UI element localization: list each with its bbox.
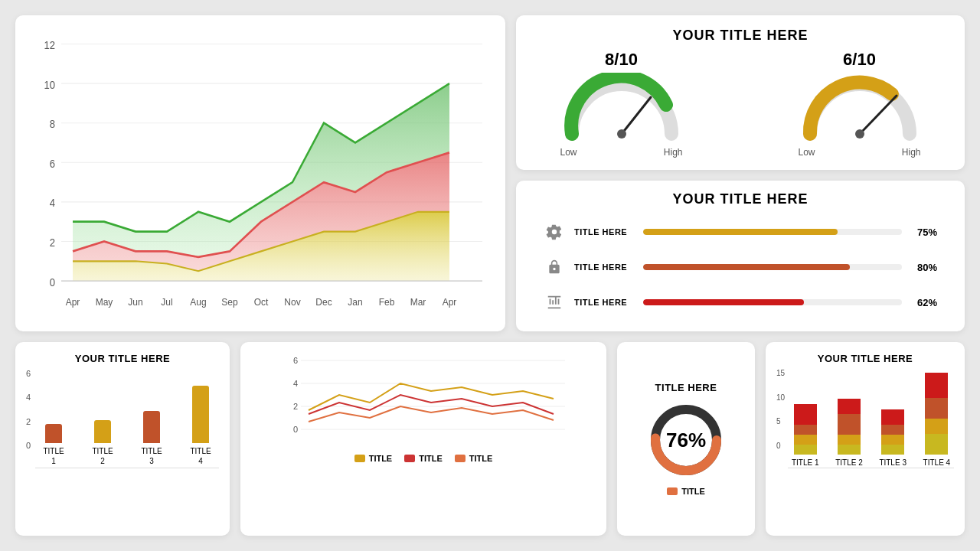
progress-row-1: TITLE HERE 75%	[544, 221, 937, 243]
stacked-label-3: TITLE 3	[879, 458, 906, 468]
progress-label-3: TITLE HERE	[574, 298, 635, 307]
seg-1-3	[794, 435, 817, 445]
stacked-col-1	[794, 403, 817, 455]
stacked-col-2	[838, 399, 861, 455]
gauge-2-high: High	[902, 147, 921, 158]
bar-1	[45, 424, 62, 443]
svg-text:4: 4	[293, 379, 298, 388]
stacked-label-2: TITLE 2	[835, 458, 863, 468]
stacked-bars-container: TITLE 1 TITLE 2	[788, 369, 954, 468]
bar-group-1: TITLE1	[35, 424, 72, 466]
svg-text:6: 6	[293, 356, 298, 365]
stacked-col-3	[881, 409, 904, 455]
legend-label-1: TITLE	[369, 454, 393, 463]
bar-4	[192, 386, 209, 443]
seg-2-2	[838, 414, 861, 435]
area-chart-card: 0 2 4 6 8 10 12 Apr May Jun Jul Aug Sep …	[15, 15, 505, 331]
bar-group-2: TITLE2	[84, 420, 121, 466]
svg-text:0: 0	[293, 425, 298, 434]
stacked-label-1: TITLE 1	[792, 458, 819, 468]
gauge-2-labels: Low High	[799, 147, 921, 158]
seg-2-1	[838, 399, 861, 414]
gauge-1-labels: Low High	[560, 147, 683, 158]
bar-chart-title: YOUR TITLE HERE	[26, 353, 219, 364]
seg-1-4	[794, 445, 817, 455]
bar-chart-area: 0 2 4 6 TITLE1 TITLE2	[26, 369, 219, 468]
svg-text:Sep: Sep	[221, 297, 237, 308]
svg-line-33	[860, 96, 897, 134]
progress-label-1: TITLE HERE	[574, 227, 635, 236]
gauge-card: YOUR TITLE HERE 8/10 Low	[516, 15, 965, 170]
chart-icon	[544, 292, 565, 313]
progress-pct-1: 75%	[910, 227, 937, 238]
stacked-group-2: TITLE 2	[831, 399, 866, 468]
gauge-2-svg	[799, 73, 921, 145]
svg-text:Mar: Mar	[410, 297, 426, 308]
stacked-bar-card: YOUR TITLE HERE 0 5 10 15	[766, 342, 965, 536]
progress-title: YOUR TITLE HERE	[531, 191, 949, 207]
svg-text:Jan: Jan	[348, 297, 362, 308]
gauge-1-svg	[560, 73, 683, 145]
seg-4-2	[925, 398, 948, 419]
progress-bar-bg-2	[643, 264, 902, 270]
svg-text:Apr: Apr	[66, 297, 80, 308]
bar-2	[94, 420, 111, 443]
bar-label-4: TITLE4	[190, 446, 211, 466]
donut-pct: 76%	[666, 429, 706, 452]
progress-pct-2: 80%	[910, 262, 937, 273]
stacked-bar-area: 0 5 10 15 TITLE 1	[776, 369, 954, 468]
bar-label-3: TITLE3	[141, 446, 162, 466]
seg-4-4	[925, 434, 948, 455]
area-chart-svg: 0 2 4 6 8 10 12 Apr May Jun Jul Aug Sep …	[31, 28, 490, 324]
svg-text:Dec: Dec	[315, 297, 332, 308]
legend-dot-2	[404, 455, 415, 462]
dashboard: 0 2 4 6 8 10 12 Apr May Jun Jul Aug Sep …	[15, 15, 965, 536]
donut-legend-label: TITLE	[681, 487, 705, 496]
gauges-row: 8/10 Low High	[531, 50, 949, 158]
svg-text:10: 10	[44, 79, 55, 91]
donut-legend-dot	[667, 487, 678, 495]
bottom-row: YOUR TITLE HERE 0 2 4 6 TITLE1	[15, 342, 965, 536]
seg-3-3	[881, 435, 904, 445]
svg-text:Oct: Oct	[254, 297, 269, 308]
line-chart-svg: 6 4 2 0	[251, 353, 596, 445]
gauge-title: YOUR TITLE HERE	[531, 28, 949, 44]
stacked-y-axis: 0 5 10 15	[776, 369, 788, 468]
progress-section: TITLE HERE 75% TITLE HERE 80%	[531, 214, 949, 321]
svg-text:2: 2	[50, 237, 55, 249]
progress-bar-fill-1	[643, 229, 838, 235]
svg-text:2: 2	[293, 402, 298, 411]
legend-item-2: TITLE	[404, 454, 443, 463]
progress-bar-fill-3	[643, 299, 804, 305]
svg-text:Aug: Aug	[190, 297, 206, 308]
gauge-1-score: 8/10	[605, 50, 638, 70]
gauge-1-low: Low	[560, 147, 577, 158]
bar-group-3: TITLE3	[133, 411, 170, 466]
legend-dot-1	[354, 455, 365, 462]
stacked-bar-title: YOUR TITLE HERE	[776, 353, 954, 364]
progress-bar-bg-3	[643, 299, 902, 305]
svg-text:8: 8	[50, 119, 55, 131]
svg-text:0: 0	[50, 276, 55, 289]
donut-legend: TITLE	[667, 487, 705, 496]
progress-bar-fill-2	[643, 264, 850, 270]
lock-icon	[544, 256, 565, 278]
svg-text:12: 12	[44, 40, 55, 52]
svg-text:Apr: Apr	[443, 297, 457, 308]
gauge-2: 6/10 Low High	[799, 50, 921, 158]
bar-chart-card: YOUR TITLE HERE 0 2 4 6 TITLE1	[15, 342, 230, 536]
seg-1-2	[794, 425, 817, 435]
stacked-group-4: TITLE 4	[920, 373, 954, 468]
legend-label-3: TITLE	[469, 454, 493, 463]
svg-text:May: May	[96, 297, 113, 308]
donut-wrap: 76%	[644, 398, 728, 482]
progress-card: YOUR TITLE HERE TITLE HERE 75%	[516, 181, 965, 331]
legend-dot-3	[455, 455, 466, 462]
stacked-group-3: TITLE 3	[876, 409, 910, 468]
seg-3-4	[881, 445, 904, 455]
stacked-group-1: TITLE 1	[788, 403, 822, 468]
svg-text:4: 4	[50, 197, 56, 210]
seg-2-3	[838, 435, 861, 445]
svg-text:Nov: Nov	[284, 297, 301, 308]
bar-group-4: TITLE4	[182, 386, 219, 466]
